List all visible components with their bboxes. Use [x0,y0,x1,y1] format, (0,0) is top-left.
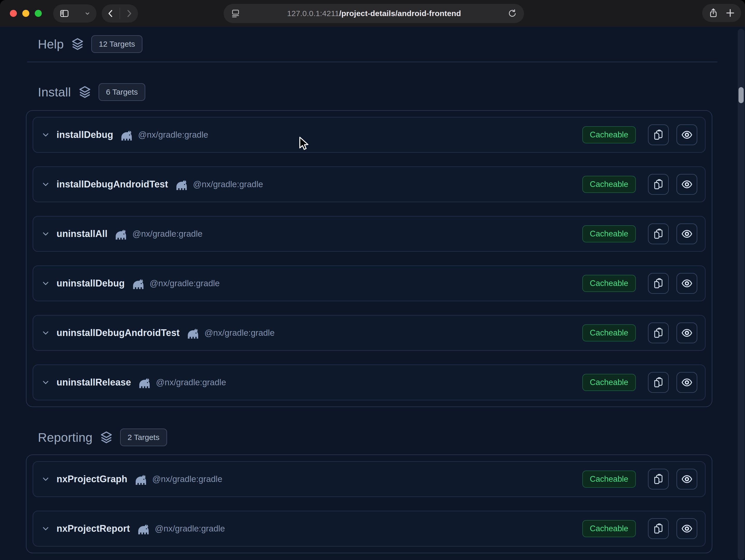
minimize-window-button[interactable] [22,10,29,17]
target-executor: @nx/gradle:gradle [138,130,208,140]
targets-group-install: installDebug @nx/gradle:gradle Cacheable [26,110,712,407]
cacheable-badge: Cacheable [582,225,636,242]
traffic-lights [10,10,42,17]
copy-target-button[interactable] [648,174,669,195]
url-bar[interactable]: 127.0.0.1:4211/project-details/android-f… [224,4,524,23]
section-header-install: Install 6 Targets [38,83,745,101]
targets-count-badge: 2 Targets [120,428,167,446]
new-tab-icon[interactable] [724,7,736,19]
view-target-button[interactable] [677,469,697,489]
sidebar-toggle-group[interactable] [53,4,97,23]
layers-icon [99,430,114,444]
scrollbar-track[interactable] [738,29,744,560]
target-row[interactable]: installDebug @nx/gradle:gradle Cacheable [33,117,706,153]
reload-icon[interactable] [508,8,517,19]
section-title: Reporting [38,430,93,445]
target-executor: @nx/gradle:gradle [150,278,220,288]
view-target-button[interactable] [677,322,697,343]
view-target-button[interactable] [677,518,697,539]
target-executor: @nx/gradle:gradle [155,524,225,533]
layers-icon [78,85,92,99]
target-executor: @nx/gradle:gradle [204,328,274,338]
target-row[interactable]: nxProjectGraph @nx/gradle:gradle Cacheab… [33,461,706,497]
cacheable-badge: Cacheable [582,275,636,292]
gradle-elephant-icon [174,179,189,191]
sidebar-icon[interactable] [59,8,70,19]
cacheable-badge: Cacheable [582,374,636,391]
browser-window: 127.0.0.1:4211/project-details/android-f… [0,0,745,560]
target-name: uninstallAll [57,229,107,239]
target-row[interactable]: nxProjectReport @nx/gradle:gradle Cachea… [33,511,706,547]
fullscreen-window-button[interactable] [35,10,42,17]
chevron-down-icon[interactable] [84,10,91,18]
target-row[interactable]: uninstallAll @nx/gradle:gradle Cacheable [33,216,706,252]
target-row[interactable]: uninstallRelease @nx/gradle:gradle Cache… [33,364,706,400]
copy-target-button[interactable] [648,372,669,393]
copy-target-button[interactable] [648,518,669,539]
back-icon[interactable] [105,8,116,19]
layers-icon [70,37,85,51]
chevron-down-icon[interactable] [41,524,50,533]
target-name: installDebugAndroidTest [57,179,168,190]
target-name: nxProjectGraph [57,474,127,485]
url-text[interactable]: 127.0.0.1:4211/project-details/android-f… [241,9,508,18]
chevron-down-icon[interactable] [41,130,50,139]
copy-target-button[interactable] [648,223,669,244]
view-target-button[interactable] [677,273,697,294]
view-target-button[interactable] [677,372,697,393]
forward-icon[interactable] [124,8,134,19]
chevron-down-icon[interactable] [41,229,50,239]
target-executor: @nx/gradle:gradle [156,378,226,387]
page-settings-icon[interactable] [230,8,241,19]
target-executor: @nx/gradle:gradle [193,179,263,189]
gradle-elephant-icon [137,377,152,389]
target-row[interactable]: uninstallDebug @nx/gradle:gradle Cacheab… [33,266,706,301]
cacheable-badge: Cacheable [582,520,636,537]
view-target-button[interactable] [677,174,697,195]
gradle-elephant-icon [134,474,148,486]
target-name: uninstallDebugAndroidTest [57,327,180,338]
copy-target-button[interactable] [648,273,669,294]
view-target-button[interactable] [677,125,697,145]
browser-toolbar: 127.0.0.1:4211/project-details/android-f… [0,0,745,27]
section-title: Help [38,37,64,51]
section-header-reporting: Reporting 2 Targets [38,428,745,447]
target-name: nxProjectReport [57,523,130,534]
nav-divider [120,8,120,19]
chevron-down-icon[interactable] [41,378,50,387]
targets-group-reporting: nxProjectGraph @nx/gradle:gradle Cacheab… [26,454,712,553]
view-target-button[interactable] [677,223,697,244]
targets-count-badge: 12 Targets [91,35,143,53]
chevron-down-icon[interactable] [41,475,50,484]
target-row[interactable]: installDebugAndroidTest @nx/gradle:gradl… [33,167,706,202]
copy-target-button[interactable] [648,469,669,489]
cacheable-badge: Cacheable [582,470,636,488]
scrollbar-thumb[interactable] [739,87,744,103]
cacheable-badge: Cacheable [582,126,636,143]
chevron-down-icon[interactable] [41,279,50,288]
chevron-down-icon[interactable] [41,328,50,338]
chevron-down-icon[interactable] [41,180,50,189]
target-name: uninstallRelease [57,377,131,388]
gradle-elephant-icon [131,278,145,290]
cacheable-badge: Cacheable [582,324,636,342]
targets-count-badge: 6 Targets [99,83,145,101]
target-executor: @nx/gradle:gradle [152,474,222,484]
target-name: uninstallDebug [57,278,125,289]
url-path: /project-details/android-frontend [339,9,461,18]
copy-target-button[interactable] [648,322,669,343]
gradle-elephant-icon [114,229,128,241]
gradle-elephant-icon [119,130,134,142]
gradle-elephant-icon [186,328,200,340]
copy-target-button[interactable] [648,125,669,145]
nav-buttons-group [102,4,138,23]
section-header-help: Help 12 Targets [38,27,745,54]
cacheable-badge: Cacheable [582,176,636,193]
toolbar-actions-group [702,4,741,22]
target-row[interactable]: uninstallDebugAndroidTest @nx/gradle:gra… [33,315,706,351]
close-window-button[interactable] [10,10,17,17]
section-title: Install [38,85,71,99]
url-host: 127.0.0.1:4211 [287,9,339,18]
section-divider [27,62,717,62]
share-icon[interactable] [708,7,719,19]
